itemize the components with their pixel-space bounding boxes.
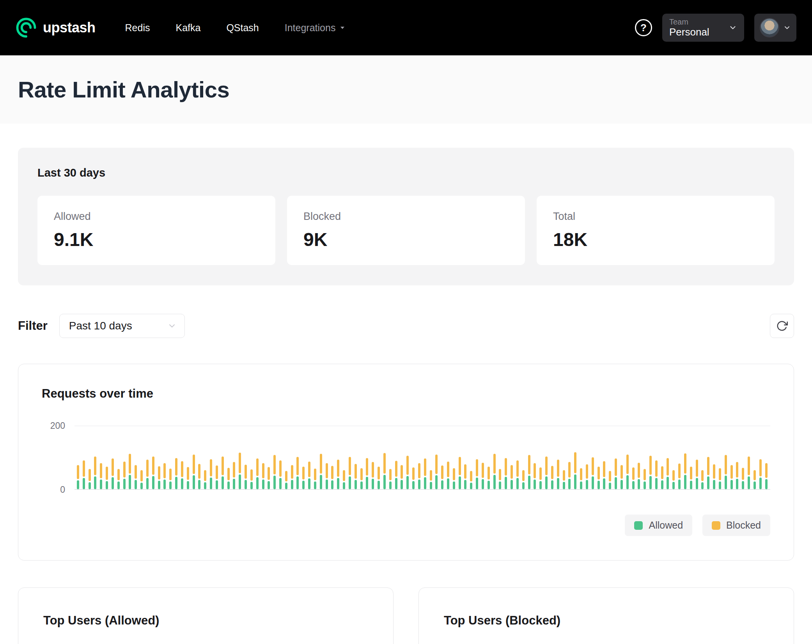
nav-item-kafka[interactable]: Kafka xyxy=(176,22,200,34)
allowed-bar-segment xyxy=(765,479,768,489)
blocked-bar-segment xyxy=(719,468,721,480)
blocked-bar-segment xyxy=(175,458,177,476)
blocked-bar-segment xyxy=(690,467,692,479)
allowed-bar-segment xyxy=(522,482,525,489)
allowed-bar-segment xyxy=(360,481,363,489)
allowed-bar-segment xyxy=(94,476,96,489)
blocked-bar-segment xyxy=(488,467,490,479)
allowed-bar-segment xyxy=(343,482,345,489)
allowed-bar-segment xyxy=(77,480,79,489)
bar-group xyxy=(586,464,588,489)
allowed-bar-segment xyxy=(210,478,212,489)
legend-label: Allowed xyxy=(649,520,683,531)
allowed-bar-segment xyxy=(100,479,102,489)
bar-group xyxy=(418,463,420,489)
allowed-bar-segment xyxy=(603,478,605,489)
allowed-bar-segment xyxy=(123,479,126,489)
refresh-button[interactable] xyxy=(770,314,794,338)
allowed-bar-segment xyxy=(534,479,536,489)
blocked-bar-segment xyxy=(296,457,299,475)
allowed-bar-segment xyxy=(482,479,484,489)
allowed-bar-segment xyxy=(730,480,733,489)
blocked-bar-segment xyxy=(476,459,478,476)
blocked-bar-segment xyxy=(320,454,322,474)
bar-group xyxy=(424,458,426,489)
bar-group xyxy=(476,459,478,489)
date-range-value: Past 10 days xyxy=(69,320,132,332)
allowed-bar-segment xyxy=(696,478,698,489)
blocked-bar-segment xyxy=(505,458,507,476)
allowed-bar-segment xyxy=(545,476,548,489)
allowed-bar-segment xyxy=(355,480,357,489)
allowed-bar-segment xyxy=(632,481,635,489)
allowed-bar-segment xyxy=(320,475,322,489)
blocked-bar-segment xyxy=(586,464,588,479)
date-range-select[interactable]: Past 10 days xyxy=(59,314,185,338)
bar-group xyxy=(279,460,282,489)
bar-group xyxy=(730,465,733,489)
allowed-bar-segment xyxy=(245,480,247,489)
blocked-bar-segment xyxy=(401,465,403,479)
bar-group xyxy=(129,454,131,489)
allowed-bar-segment xyxy=(250,482,253,489)
blocked-bar-segment xyxy=(528,455,530,474)
allowed-bar-segment xyxy=(649,476,652,489)
bar-group xyxy=(250,469,253,489)
allowed-bar-segment xyxy=(516,478,519,489)
blocked-bar-segment xyxy=(470,471,472,481)
bar-group xyxy=(395,461,397,489)
blocked-bar-segment xyxy=(551,466,553,479)
bar-group xyxy=(638,463,640,489)
allowed-bar-segment xyxy=(597,481,600,489)
blocked-bar-segment xyxy=(331,466,333,479)
bar-group xyxy=(557,460,559,489)
blocked-bar-segment xyxy=(725,455,727,474)
bar-group xyxy=(459,457,461,489)
allowed-bar-segment xyxy=(586,480,588,489)
blocked-bar-segment xyxy=(383,453,386,473)
allowed-bar-segment xyxy=(204,482,206,489)
bar-group xyxy=(488,467,490,489)
bar-group xyxy=(372,462,374,489)
blocked-bar-segment xyxy=(129,454,131,474)
bar-group xyxy=(302,467,305,489)
nav-item-integrations[interactable]: Integrations xyxy=(285,22,347,34)
blocked-bar-segment xyxy=(597,467,600,479)
bar-group xyxy=(187,467,189,489)
nav-item-qstash[interactable]: QStash xyxy=(226,22,259,34)
bar-group xyxy=(545,456,548,489)
allowed-bar-segment xyxy=(719,481,721,489)
blocked-bar-segment xyxy=(539,467,542,480)
account-menu[interactable] xyxy=(754,14,796,42)
blocked-bar-segment xyxy=(557,460,559,476)
requests-chart-card: Requests over time 200 0 Allowed Blocked xyxy=(18,364,794,561)
bar-group xyxy=(453,468,455,489)
blocked-bar-segment xyxy=(464,464,466,479)
stats-panel: Last 30 days Allowed 9.1K Blocked 9K Tot… xyxy=(18,148,794,285)
nav-item-redis[interactable]: Redis xyxy=(125,22,150,34)
upstash-brand[interactable]: upstash xyxy=(16,17,96,38)
blocked-bar-segment xyxy=(563,470,565,481)
blocked-bar-segment xyxy=(337,460,339,476)
blocked-bar-segment xyxy=(574,452,576,473)
allowed-bar-segment xyxy=(181,478,183,489)
team-selector[interactable]: Team Personal xyxy=(662,14,744,42)
legend-item-blocked[interactable]: Blocked xyxy=(702,515,770,536)
blocked-bar-segment xyxy=(736,462,738,478)
allowed-bar-segment xyxy=(152,476,154,489)
allowed-bar-segment xyxy=(638,479,640,489)
bottom-row: Top Users (Allowed) Top Users (Blocked) xyxy=(18,587,794,644)
allowed-bar-segment xyxy=(725,476,727,489)
allowed-bar-segment xyxy=(291,480,293,489)
avatar xyxy=(760,18,779,37)
allowed-bar-segment xyxy=(279,478,282,489)
blocked-bar-segment xyxy=(447,462,449,478)
blocked-bar-segment xyxy=(655,460,658,477)
allowed-bar-segment xyxy=(401,480,403,489)
help-icon[interactable]: ? xyxy=(635,19,652,36)
blocked-bar-segment xyxy=(667,458,669,476)
allowed-bar-segment xyxy=(140,483,143,489)
legend-item-allowed[interactable]: Allowed xyxy=(625,515,692,536)
stat-card-allowed: Allowed 9.1K xyxy=(37,196,275,265)
allowed-bar-segment xyxy=(528,476,530,489)
